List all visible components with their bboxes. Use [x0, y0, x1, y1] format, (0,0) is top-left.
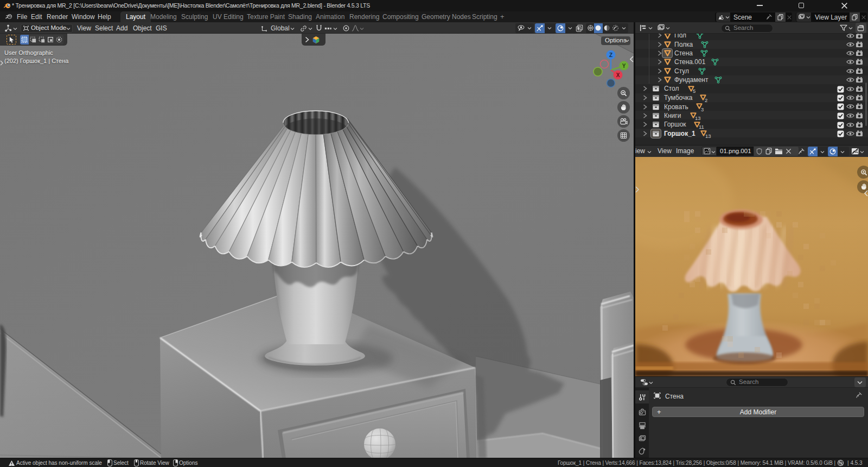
svg-text:Y: Y — [622, 63, 626, 69]
svg-text:X: X — [616, 72, 620, 78]
svg-text:Z: Z — [609, 52, 612, 58]
